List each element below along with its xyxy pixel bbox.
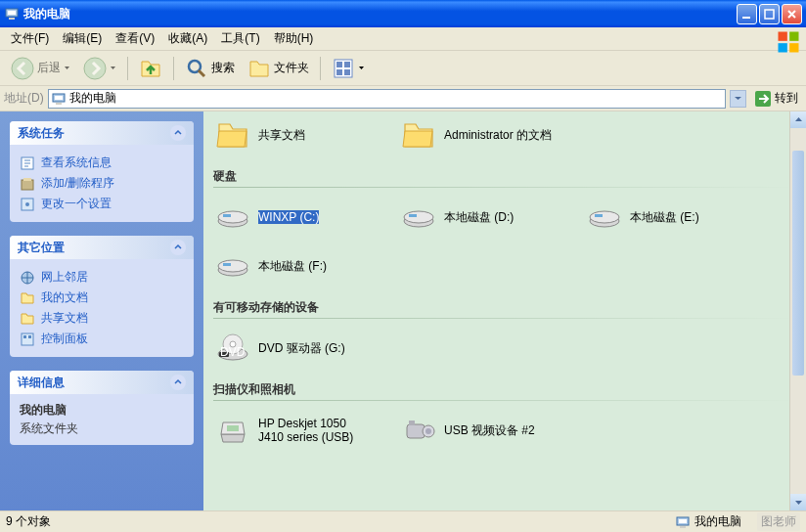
- disk-item-e[interactable]: 本地磁盘 (E:): [585, 198, 741, 237]
- go-button[interactable]: 转到: [750, 88, 802, 110]
- menu-tools[interactable]: 工具(T): [214, 28, 266, 49]
- menu-favorites[interactable]: 收藏(A): [161, 28, 214, 49]
- folder-icon: [20, 311, 35, 327]
- sidebar: 系统任务 查看系统信息 添加/删除程序 更改一个设置 其它位置 网上邻居 我的文…: [0, 111, 203, 510]
- details-panel: 详细信息 我的电脑 系统文件夹: [10, 371, 194, 445]
- search-button[interactable]: 搜索: [180, 54, 240, 83]
- dropdown-icon: [358, 65, 365, 71]
- network-neighborhood-link[interactable]: 网上邻居: [20, 267, 184, 288]
- link-label: 更改一个设置: [41, 196, 112, 212]
- divider: [213, 318, 796, 319]
- address-value: 我的电脑: [69, 90, 116, 107]
- my-documents-link[interactable]: 我的文档: [20, 288, 184, 308]
- folder-item[interactable]: Administrator 的文档: [399, 115, 556, 155]
- folder-icon: [215, 117, 250, 153]
- control-panel-link[interactable]: 控制面板: [20, 329, 184, 349]
- dropdown-icon: [110, 65, 116, 71]
- dvd-drive-item[interactable]: DVD DVD 驱动器 (G:): [213, 329, 370, 368]
- detail-type: 系统文件夹: [20, 421, 184, 437]
- divider: [213, 187, 796, 188]
- camera-icon: [401, 413, 436, 448]
- scroll-down-button[interactable]: [790, 494, 806, 510]
- svg-rect-47: [227, 425, 239, 431]
- item-label: 共享文档: [258, 128, 305, 142]
- change-setting-link[interactable]: 更改一个设置: [20, 194, 184, 214]
- svg-rect-35: [409, 214, 417, 217]
- camera-item[interactable]: USB 视频设备 #2: [399, 411, 556, 450]
- toolbar: 后退 搜索 文件夹: [0, 51, 806, 86]
- network-icon: [20, 270, 35, 286]
- panel-title: 其它位置: [18, 240, 65, 256]
- separator: [320, 57, 321, 80]
- svg-rect-13: [336, 62, 342, 67]
- other-places-header[interactable]: 其它位置: [10, 236, 194, 259]
- views-icon: [332, 57, 355, 80]
- views-button[interactable]: [327, 54, 370, 83]
- window-buttons: [737, 4, 802, 24]
- svg-rect-5: [779, 31, 787, 40]
- info-icon: [20, 155, 35, 171]
- svg-rect-41: [223, 263, 231, 266]
- main-view: 共享文档 Administrator 的文档 硬盘 WINXP (C:) 本地磁…: [203, 111, 806, 510]
- minimize-button[interactable]: [737, 4, 757, 24]
- status-count: 9 个对象: [6, 513, 51, 530]
- svg-rect-7: [779, 43, 787, 52]
- control-panel-icon: [20, 332, 35, 347]
- hard-disk-icon: [215, 200, 250, 235]
- address-dropdown[interactable]: [730, 90, 746, 108]
- shared-documents-link[interactable]: 共享文档: [20, 308, 184, 329]
- maximize-button[interactable]: [759, 4, 780, 24]
- vertical-scrollbar[interactable]: [789, 111, 806, 510]
- scanner-item[interactable]: HP Deskjet 1050 J410 series (USB): [213, 411, 370, 450]
- svg-rect-32: [223, 214, 231, 217]
- disk-item-d[interactable]: 本地磁盘 (D:): [399, 198, 556, 237]
- menu-help[interactable]: 帮助(H): [267, 28, 321, 49]
- up-button[interactable]: [134, 54, 167, 83]
- close-button[interactable]: [782, 4, 802, 24]
- title-bar: 我的电脑: [0, 0, 806, 27]
- dvd-drive-icon: DVD: [215, 331, 250, 366]
- link-label: 查看系统信息: [41, 155, 112, 171]
- back-button[interactable]: 后退: [6, 54, 75, 83]
- svg-rect-27: [22, 333, 33, 345]
- svg-rect-53: [679, 519, 687, 523]
- content-area: 系统任务 查看系统信息 添加/删除程序 更改一个设置 其它位置 网上邻居 我的文…: [0, 111, 806, 510]
- svg-point-40: [218, 260, 247, 272]
- item-label: DVD 驱动器 (G:): [258, 341, 345, 355]
- svg-rect-16: [344, 69, 350, 75]
- scroll-up-button[interactable]: [790, 111, 806, 128]
- forward-button[interactable]: [78, 54, 121, 83]
- window-title: 我的电脑: [23, 6, 737, 22]
- folders-label: 文件夹: [274, 60, 309, 76]
- folder-item[interactable]: 共享文档: [213, 115, 370, 155]
- dropdown-icon: [64, 65, 70, 71]
- folders-button[interactable]: 文件夹: [243, 54, 314, 83]
- system-tasks-header[interactable]: 系统任务: [10, 121, 194, 145]
- disk-item-c[interactable]: WINXP (C:): [213, 198, 370, 237]
- link-label: 共享文档: [41, 310, 88, 327]
- scroll-thumb[interactable]: [792, 151, 804, 376]
- disk-item-f[interactable]: 本地磁盘 (F:): [213, 246, 370, 286]
- detail-name: 我的电脑: [20, 402, 184, 419]
- go-icon: [754, 90, 772, 108]
- menu-view[interactable]: 查看(V): [109, 28, 161, 49]
- add-remove-programs-link[interactable]: 添加/删除程序: [20, 173, 184, 194]
- address-label: 地址(D): [4, 90, 44, 107]
- link-label: 网上邻居: [41, 269, 88, 286]
- view-system-info-link[interactable]: 查看系统信息: [20, 153, 184, 173]
- files-row: 共享文档 Administrator 的文档: [213, 115, 796, 155]
- svg-rect-22: [22, 180, 33, 190]
- svg-rect-1: [8, 11, 16, 15]
- hard-disk-icon: [587, 200, 622, 235]
- menu-file[interactable]: 文件(F): [4, 28, 56, 49]
- item-label: HP Deskjet 1050 J410 series (USB): [258, 417, 368, 445]
- back-label: 后退: [37, 60, 61, 76]
- svg-point-9: [12, 58, 33, 79]
- menu-edit[interactable]: 编辑(E): [56, 28, 109, 49]
- windows-logo-icon: [775, 28, 802, 50]
- address-input[interactable]: 我的电脑: [48, 89, 726, 109]
- svg-rect-6: [789, 31, 798, 40]
- watermark: 图老师: [757, 512, 800, 531]
- details-header[interactable]: 详细信息: [10, 371, 194, 394]
- svg-rect-23: [23, 178, 31, 181]
